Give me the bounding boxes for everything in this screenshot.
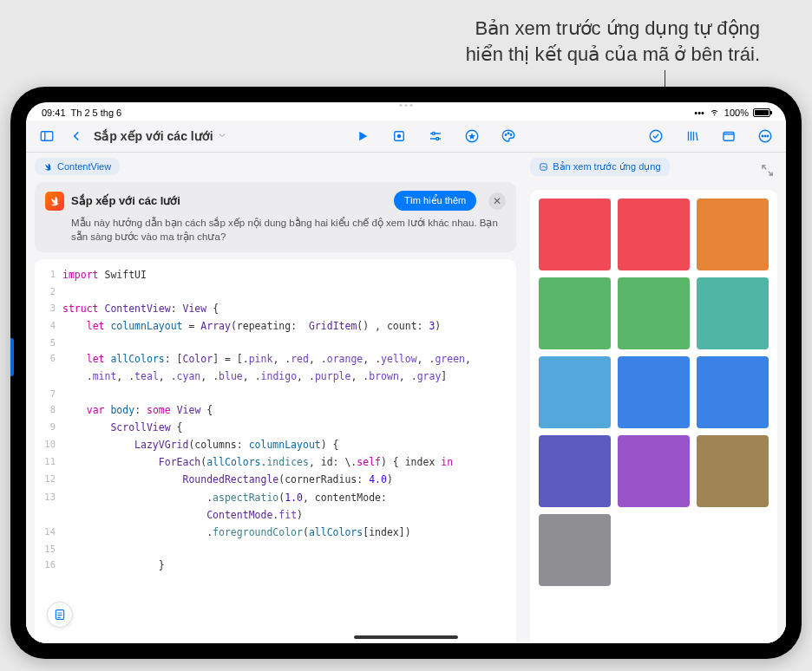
color-swatch[interactable]: [697, 356, 769, 428]
svg-point-23: [764, 135, 766, 137]
code-content[interactable]: let columnLayout = Array(repeating: Grid…: [62, 317, 441, 335]
svg-point-22: [762, 135, 763, 137]
code-line[interactable]: .mint, .teal, .cyan, .blue, .indigo, .pu…: [35, 368, 516, 385]
document-title-text: Sắp xếp với các lưới: [94, 129, 213, 143]
line-number: 16: [35, 557, 62, 574]
code-content[interactable]: }: [62, 557, 165, 574]
learn-more-button[interactable]: Tìm hiểu thêm: [394, 191, 476, 211]
app-toolbar: Sắp xếp với các lưới: [26, 121, 786, 153]
code-content[interactable]: ContentMode.fit): [62, 506, 303, 524]
ipad-device-frame: 09:41 Th 2 5 thg 6 ••• 100% Sắp xếp với …: [10, 87, 802, 659]
color-swatch[interactable]: [618, 199, 690, 270]
code-line[interactable]: 14 .foregroundColor(allColors[index]): [35, 524, 516, 541]
code-content[interactable]: var body: some View {: [62, 401, 213, 419]
preview-pill[interactable]: Bản xem trước ứng dụng: [530, 158, 669, 176]
more-menu-icon[interactable]: [753, 124, 777, 148]
code-line[interactable]: 6 let allColors: [Color] = [.pink, .red,…: [35, 350, 516, 368]
color-swatch[interactable]: [539, 356, 611, 428]
file-pill[interactable]: ContentView: [35, 158, 120, 175]
code-content[interactable]: ForEach(allColors.indices, id: \.self) {…: [62, 453, 453, 471]
star-badge-icon[interactable]: [460, 124, 484, 148]
code-line[interactable]: 3struct ContentView: View {: [35, 300, 516, 317]
code-content[interactable]: ScrollView {: [62, 419, 183, 436]
wifi-icon: [709, 106, 720, 119]
expand-preview-button[interactable]: [756, 160, 777, 181]
code-line[interactable]: 9 ScrollView {: [35, 419, 516, 436]
code-line[interactable]: 12 RoundedRectangle(cornerRadius: 4.0): [35, 471, 516, 488]
back-button[interactable]: [64, 124, 88, 148]
code-line[interactable]: 4 let columnLayout = Array(repeating: Gr…: [35, 317, 516, 335]
color-swatch[interactable]: [618, 277, 690, 349]
color-grid: [539, 199, 769, 586]
svg-point-24: [767, 135, 769, 137]
tutorial-info-card: Sắp xếp với các lưới Tìm hiểu thêm ✕ Mẫu…: [35, 182, 516, 252]
checkmark-circle-icon[interactable]: [644, 124, 668, 148]
line-number: 5: [35, 335, 62, 350]
code-content[interactable]: import SwiftUI: [62, 266, 147, 283]
code-line[interactable]: 8 var body: some View {: [35, 401, 516, 419]
color-swatch[interactable]: [697, 435, 769, 507]
line-number: [35, 368, 62, 385]
color-swatch[interactable]: [539, 435, 611, 507]
svg-rect-0: [41, 132, 53, 141]
cellular-dots-icon: •••: [694, 107, 704, 118]
home-indicator[interactable]: [354, 635, 458, 639]
code-line[interactable]: 13 .aspectRatio(1.0, contentMode:: [35, 489, 516, 506]
svg-line-27: [768, 172, 771, 175]
svg-point-7: [432, 133, 435, 135]
svg-marker-10: [468, 133, 475, 140]
code-content[interactable]: LazyVGrid(columns: columnLayout) {: [62, 436, 339, 453]
dismiss-card-button[interactable]: ✕: [488, 192, 506, 210]
notes-float-button[interactable]: [47, 602, 73, 628]
code-content[interactable]: .mint, .teal, .cyan, .blue, .indigo, .pu…: [62, 368, 447, 385]
code-line[interactable]: 10 LazyVGrid(columns: columnLayout) {: [35, 436, 516, 453]
code-line[interactable]: 5: [35, 335, 516, 350]
code-line[interactable]: 2: [35, 283, 516, 299]
run-button[interactable]: [350, 124, 375, 148]
color-swatch[interactable]: [618, 435, 690, 507]
code-content[interactable]: let allColors: [Color] = [.pink, .red, .…: [62, 350, 471, 368]
color-swatch[interactable]: [539, 277, 611, 349]
color-swatch[interactable]: [618, 356, 690, 428]
multitasking-dots[interactable]: [400, 104, 413, 107]
code-line[interactable]: ContentMode.fit): [35, 506, 516, 524]
code-content[interactable]: .aspectRatio(1.0, contentMode:: [62, 489, 387, 506]
line-number: 10: [35, 436, 62, 453]
code-line[interactable]: 1import SwiftUI: [35, 266, 516, 283]
sidebar-toggle-icon[interactable]: [35, 124, 59, 148]
document-title[interactable]: Sắp xếp với các lưới: [94, 128, 227, 144]
color-swatch[interactable]: [697, 199, 769, 270]
code-content[interactable]: struct ContentView: View {: [62, 300, 219, 317]
code-line[interactable]: 15: [35, 541, 516, 557]
library-icon[interactable]: [680, 124, 704, 148]
color-swatch[interactable]: [539, 514, 611, 586]
svg-point-11: [505, 134, 507, 136]
status-time: 09:41: [42, 107, 66, 118]
color-swatch[interactable]: [539, 199, 611, 270]
color-swatch[interactable]: [697, 277, 769, 349]
preview-canvas[interactable]: [530, 190, 777, 643]
svg-point-4: [397, 135, 400, 138]
code-line[interactable]: 16 }: [35, 557, 516, 574]
code-line[interactable]: 7: [35, 386, 516, 401]
window-icon[interactable]: [717, 124, 741, 148]
settings-sliders-icon[interactable]: [423, 124, 448, 148]
annotation-line1: Bản xem trước ứng dụng tự động: [243, 16, 760, 42]
line-number: 6: [35, 350, 62, 368]
palette-icon[interactable]: [496, 124, 521, 148]
line-number: 9: [35, 419, 62, 436]
status-date: Th 2 5 thg 6: [71, 107, 122, 118]
code-editor[interactable]: 1import SwiftUI23struct ContentView: Vie…: [35, 259, 516, 643]
code-content[interactable]: .foregroundColor(allColors[index]): [62, 524, 411, 541]
line-number: 13: [35, 489, 62, 506]
svg-point-12: [508, 133, 509, 134]
line-number: 4: [35, 317, 62, 335]
svg-line-18: [697, 133, 698, 141]
tutorial-description: Mẫu này hướng dẫn bạn cách sắp xếp nội d…: [45, 216, 506, 244]
code-line[interactable]: 11 ForEach(allColors.indices, id: \.self…: [35, 453, 516, 471]
line-number: 8: [35, 401, 62, 419]
step-button[interactable]: [387, 124, 411, 148]
code-editor-pane: ContentView Sắp xếp với các lưới Tìm hiể…: [26, 153, 525, 643]
preview-pill-label: Bản xem trước ứng dụng: [553, 161, 660, 173]
code-content[interactable]: RoundedRectangle(cornerRadius: 4.0): [62, 471, 393, 488]
